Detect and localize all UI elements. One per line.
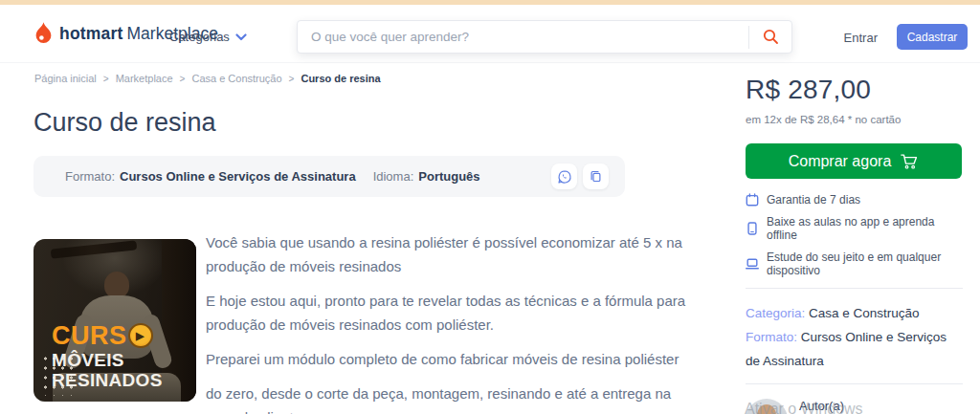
product-meta-bar: Formato: Cursos Online e Serviços de Ass… (33, 156, 625, 197)
product-description: Você sabia que usando a resina poliéster… (206, 230, 689, 414)
smartphone-icon (746, 222, 759, 235)
laptop-icon (746, 257, 759, 271)
buy-button-label: Comprar agora (789, 153, 892, 170)
breadcrumb-current: Curso de resina (301, 73, 380, 84)
language-label: Idioma: (373, 169, 414, 184)
format-line: Formato: Cursos Online e Serviços de Ass… (746, 325, 963, 373)
page: hotmart Marketplace Categorias Entrar Ca… (0, 0, 980, 414)
breadcrumb-separator: > (180, 74, 186, 84)
divider (746, 288, 963, 289)
page-title: Curso de resina (33, 108, 216, 138)
cover-title-line1: CURS ▶ (52, 321, 196, 350)
play-button-icon: ▶ (128, 323, 153, 348)
search-bar (297, 20, 792, 54)
description-paragraph: E hoje estou aqui, pronto para te revela… (206, 289, 689, 337)
search-input[interactable] (298, 21, 748, 53)
copy-link-button[interactable] (583, 163, 609, 189)
login-link[interactable]: Entrar (844, 31, 878, 45)
chevron-down-icon (235, 33, 247, 41)
brand-name: hotmart (59, 24, 123, 44)
benefit-list: Garantia de 7 dias Baixe as aulas no app… (746, 193, 963, 277)
breadcrumb-separator: > (289, 74, 295, 84)
benefit-item-offline: Baixe as aulas no app e aprenda offline (746, 215, 963, 242)
breadcrumb-link-home[interactable]: Página inicial (34, 73, 97, 84)
signup-button[interactable]: Cadastrar (897, 24, 968, 50)
description-paragraph: Preparei um módulo completo de como fabr… (206, 347, 689, 371)
benefit-text: Estude do seu jeito e em qualquer dispos… (767, 251, 963, 277)
cover-title-line2: MÔVEIS (52, 350, 196, 370)
header: hotmart Marketplace Categorias Entrar Ca… (0, 5, 980, 63)
breadcrumb: Página inicial > Marketplace > Casa e Co… (34, 73, 381, 84)
cover-text: CURS ▶ MÔVEIS RESINADOS (33, 321, 196, 390)
categories-label: Categorias (169, 30, 230, 44)
description-paragraph: Você sabia que usando a resina poliéster… (206, 230, 689, 278)
language-value: Português (418, 169, 479, 184)
cover-curso-text: CURS (52, 321, 127, 350)
purchase-sidebar: R$ 287,00 em 12x de R$ 28,64 * no cartão… (746, 75, 963, 414)
benefit-text: Baixe as aulas no app e aprenda offline (767, 215, 963, 242)
category-label-link[interactable]: Categoria: (746, 306, 805, 320)
divider (746, 383, 963, 384)
windows-activation-watermark: Ativar o Windows (745, 401, 863, 414)
search-button[interactable] (749, 21, 791, 53)
category-value: Casa e Construção (809, 306, 920, 320)
breadcrumb-separator: > (103, 74, 109, 84)
categories-menu[interactable]: Categorias (169, 30, 247, 44)
benefit-text: Garantia de 7 dias (767, 193, 860, 207)
share-whatsapp-button[interactable] (551, 163, 577, 189)
search-icon (763, 29, 779, 45)
product-cover-image: CURS ▶ MÔVEIS RESINADOS (33, 239, 196, 402)
buy-button[interactable]: Comprar agora (746, 143, 962, 179)
cart-icon (901, 153, 919, 170)
category-line: Categoria: Casa e Construção (746, 301, 963, 325)
price: R$ 287,00 (746, 75, 963, 105)
calendar-icon (746, 193, 759, 207)
breadcrumb-link-marketplace[interactable]: Marketplace (116, 73, 173, 84)
installments-note: em 12x de R$ 28,64 * no cartão (746, 114, 963, 125)
copy-icon (589, 169, 603, 184)
cover-title-line3: RESINADOS (52, 370, 196, 390)
format-value: Cursos Online e Serviços de Assinatura (120, 169, 356, 184)
benefit-item-guarantee: Garantia de 7 dias (746, 193, 963, 207)
category-format-block: Categoria: Casa e Construção Formato: Cu… (746, 301, 963, 373)
benefit-item-devices: Estude do seu jeito e em qualquer dispos… (746, 251, 963, 277)
description-paragraph: do zero, desde o corte da peça, montagem… (206, 381, 689, 414)
hotmart-flame-icon (33, 21, 54, 46)
breadcrumb-link-category[interactable]: Casa e Construção (191, 73, 281, 84)
format-label-link[interactable]: Formato: (746, 330, 797, 344)
format-label: Formato: (65, 169, 115, 184)
whatsapp-icon (557, 169, 572, 185)
